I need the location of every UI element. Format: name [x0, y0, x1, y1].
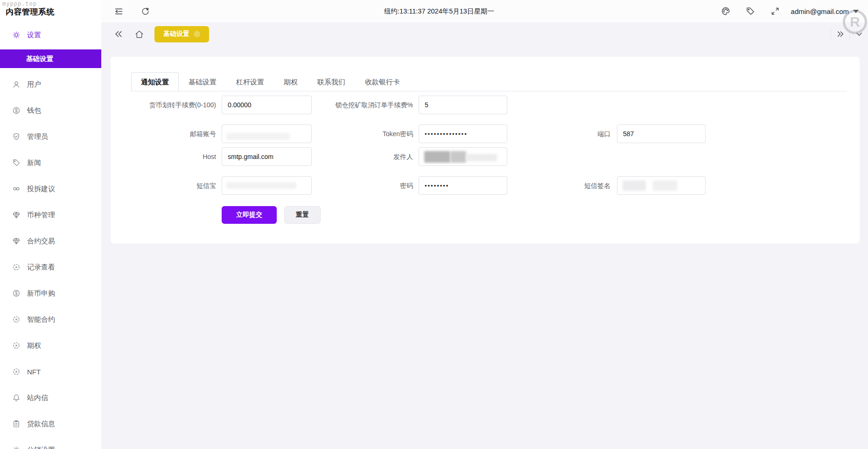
watermark-logo: R — [843, 10, 867, 34]
sender-label: 发件人 — [320, 147, 413, 166]
home-button[interactable] — [134, 29, 144, 39]
sidebar-item-loan-info[interactable]: 贷款信息 — [0, 411, 101, 437]
fullscreen-button[interactable] — [770, 7, 780, 16]
tag-icon — [746, 7, 755, 16]
dashed-circle-icon — [12, 263, 21, 271]
theme-button[interactable] — [721, 7, 730, 16]
clipboard-icon — [12, 420, 21, 428]
tab-basic-settings[interactable]: 基础设置 — [179, 72, 226, 91]
route-tag-basic-settings[interactable]: 基础设置 — [154, 26, 209, 42]
sidebar-item-wallet[interactable]: 钱包 — [0, 97, 101, 124]
dashed-circle-icon — [12, 315, 21, 324]
tab-contact-us[interactable]: 联系我们 — [308, 72, 355, 91]
port-label: 端口 — [517, 124, 610, 143]
sidebar-item-new-coin-purchase[interactable]: 新币申购 — [0, 280, 101, 306]
price-tag-icon — [12, 159, 21, 167]
bell-icon — [12, 394, 21, 402]
gear-icon — [12, 446, 21, 449]
collapse-tags-button[interactable] — [113, 29, 124, 39]
tab-receiving-bank-card[interactable]: 收款银行卡 — [355, 72, 410, 91]
tag-close-icon[interactable] — [194, 31, 200, 37]
sidebar-item-options[interactable]: 期权 — [0, 332, 101, 359]
tagbar: 基础设置 — [101, 22, 868, 46]
sidebar-item-basic-settings[interactable]: 基础设置 — [0, 49, 101, 68]
lockup-mining-fee-label: 锁仓挖矿取消订单手续费% — [320, 96, 413, 114]
sidebar-item-contract-trading[interactable]: 合约交易 — [0, 228, 101, 254]
tab-leverage-settings[interactable]: 杠杆设置 — [226, 72, 274, 91]
sidebar-menu: 设置 基础设置 用户 钱包 管理员 新闻 投拆建议 — [0, 22, 101, 449]
sidebar-item-distribution-settings[interactable]: 分销设置 — [0, 437, 101, 449]
fold-menu-button[interactable] — [114, 7, 124, 16]
port-input[interactable] — [617, 124, 706, 143]
tab-options[interactable]: 期权 — [274, 72, 308, 91]
dashed-circle-icon — [12, 341, 21, 350]
password-input[interactable] — [419, 176, 507, 195]
tab-notification-settings[interactable]: 通知设置 — [131, 72, 179, 91]
transfer-fee-label: 货币划转手续费(0-100) — [123, 96, 216, 114]
host-input[interactable] — [222, 147, 312, 166]
home-icon — [134, 29, 144, 39]
sidebar-item-site-messages[interactable]: 站内信 — [0, 385, 101, 411]
refresh-button[interactable] — [141, 7, 150, 16]
gem-icon — [12, 237, 21, 245]
host-label: Host — [123, 147, 216, 166]
fold-icon — [114, 7, 124, 16]
gear-icon — [12, 31, 21, 39]
reset-button[interactable]: 重置 — [284, 206, 321, 224]
smsbao-label: 短信宝 — [123, 176, 216, 195]
password-label: 密码 — [320, 176, 413, 195]
settings-tabs: 通知设置 基础设置 杠杆设置 期权 联系我们 收款银行卡 — [131, 72, 847, 91]
sidebar-item-records[interactable]: 记录查看 — [0, 254, 101, 280]
settings-card: 通知设置 基础设置 杠杆设置 期权 联系我们 收款银行卡 货币划转手续费(0-1… — [111, 57, 860, 243]
sidebar: 内容管理系统 设置 基础设置 用户 钱包 管理员 新闻 — [0, 0, 101, 449]
token-password-input[interactable] — [419, 124, 507, 143]
lockup-mining-fee-input[interactable] — [419, 96, 507, 114]
sidebar-items: 用户 钱包 管理员 新闻 投拆建议 币种管理 — [0, 71, 101, 449]
dollar-circle-icon — [12, 289, 21, 297]
sidebar-item-nft[interactable]: NFT — [0, 359, 101, 385]
email-account-label: 邮箱账号 — [123, 124, 216, 143]
fullscreen-icon — [770, 7, 780, 16]
sidebar-item-settings[interactable]: 设置 — [0, 25, 101, 45]
user-icon — [12, 80, 21, 89]
sidebar-item-admins[interactable]: 管理员 — [0, 124, 101, 150]
refresh-icon — [141, 7, 150, 16]
sidebar-item-smart-contract[interactable]: 智能合约 — [0, 306, 101, 332]
collapse-left-icon — [113, 29, 124, 39]
smsbao-input[interactable] — [222, 176, 312, 195]
infinity-icon — [12, 185, 21, 193]
sender-input[interactable] — [419, 147, 507, 166]
dollar-circle-icon — [12, 106, 21, 115]
shield-check-icon — [12, 132, 21, 141]
dashed-circle-icon — [12, 367, 21, 376]
clock-display: 纽约:13:11:37 2024年5月13日星期一 — [384, 7, 494, 16]
sms-signature-input[interactable] — [617, 176, 706, 195]
token-password-label: Token密码 — [320, 124, 413, 143]
sidebar-item-users[interactable]: 用户 — [0, 71, 101, 97]
submit-button[interactable]: 立即提交 — [222, 206, 277, 224]
user-email: admin@gmail.com — [791, 7, 849, 15]
sidebar-item-coin-management[interactable]: 币种管理 — [0, 202, 101, 228]
email-account-input[interactable] — [222, 124, 312, 143]
gem-icon — [12, 211, 21, 219]
topbar: 纽约:13:11:37 2024年5月13日星期一 admin@gmail.co… — [101, 0, 868, 22]
tags-button[interactable] — [746, 7, 755, 16]
sidebar-item-news[interactable]: 新闻 — [0, 150, 101, 176]
transfer-fee-input[interactable] — [222, 96, 312, 114]
expand-right-icon — [836, 29, 845, 39]
palette-icon — [721, 7, 730, 16]
sms-signature-label: 短信签名 — [517, 176, 610, 195]
sidebar-item-suggestions[interactable]: 投拆建议 — [0, 176, 101, 202]
watermark-site-text: myppp.top — [2, 0, 37, 7]
